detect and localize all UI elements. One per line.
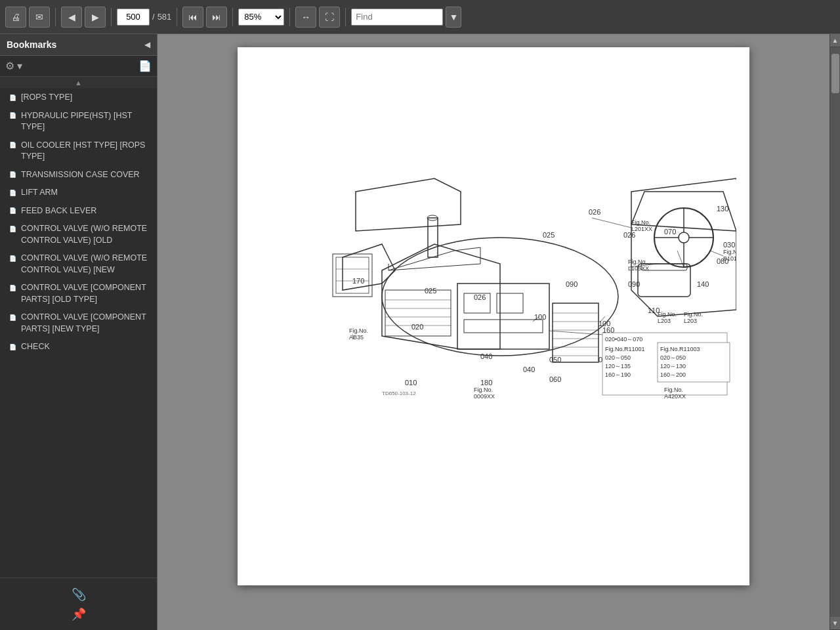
sidebar-add-button[interactable]: 📄 [138, 60, 152, 72]
svg-text:120～135: 120～135 [605, 363, 631, 369]
svg-text:025: 025 [543, 231, 555, 239]
scroll-up-arrow[interactable]: ▲ [830, 34, 841, 47]
print-button[interactable]: 🖨 [5, 7, 26, 28]
bookmark-label-0: [ROPS TYPE] [21, 92, 72, 104]
bookmark-icon-2: 📄 [8, 141, 17, 150]
bookmark-label-1: HYDRAULIC PIPE(HST) [HST TYPE] [21, 110, 152, 133]
separator6 [345, 8, 346, 26]
sidebar-toggle-button[interactable]: ◀ [144, 40, 150, 49]
email-button[interactable]: ✉ [29, 7, 50, 28]
svg-text:160～190: 160～190 [605, 371, 631, 378]
svg-text:170: 170 [352, 277, 364, 285]
svg-text:Fig.No.: Fig.No. [664, 387, 683, 393]
svg-text:090: 090 [628, 280, 640, 288]
svg-text:020•040～070: 020•040～070 [605, 336, 642, 343]
svg-text:Fig.No.: Fig.No. [628, 259, 647, 265]
sidebar-item-8[interactable]: 📄CONTROL VALVE [COMPONENT PARTS] [OLD TY… [0, 279, 157, 308]
nav-last-button[interactable]: ⏭ [206, 7, 227, 28]
svg-text:026: 026 [474, 293, 486, 301]
search-input[interactable] [351, 9, 443, 26]
svg-text:025: 025 [425, 287, 436, 295]
sidebar-bottom-icon-1[interactable]: 📎 [72, 587, 86, 602]
sidebar-item-2[interactable]: 📄OIL COOLER [HST TYPE] [ROPS TYPE] [0, 136, 157, 166]
sidebar-item-9[interactable]: 📄CONTROL VALVE [COMPONENT PARTS] [NEW TY… [0, 308, 157, 338]
svg-text:070: 070 [664, 228, 676, 236]
separator4 [232, 8, 233, 26]
svg-text:Fig.No.: Fig.No. [349, 327, 368, 334]
bookmark-icon-4: 📄 [8, 188, 17, 198]
svg-text:0009XX: 0009XX [474, 393, 495, 400]
svg-text:AB35: AB35 [349, 334, 364, 341]
diagram-area: 026 025 026 030 130 080 140 070 090 090 … [238, 47, 749, 415]
fit-page-button[interactable]: ⛶ [319, 7, 340, 28]
scroll-down-arrow[interactable]: ▼ [830, 617, 841, 630]
svg-text:Fig.No.: Fig.No. [684, 311, 703, 318]
svg-text:Fig.No.R11003: Fig.No.R11003 [660, 346, 700, 352]
separator3 [177, 8, 177, 26]
svg-text:Fig.No.: Fig.No. [474, 387, 493, 393]
sidebar-item-7[interactable]: 📄CONTROL VALVE (W/O REMOTE CONTROL VALVE… [0, 249, 157, 279]
bookmark-label-7: CONTROL VALVE (W/O REMOTE CONTROL VALVE)… [21, 253, 152, 276]
svg-text:120～130: 120～130 [660, 363, 686, 369]
sidebar-item-5[interactable]: 📄FEED BACK LEVER [0, 202, 157, 220]
scroll-thumb[interactable] [831, 54, 839, 93]
right-scrollbar[interactable]: ▲ ▼ [830, 34, 840, 630]
bookmark-label-8: CONTROL VALVE [COMPONENT PARTS] [OLD TYP… [21, 282, 152, 305]
svg-text:Fig.No.R11001: Fig.No.R11001 [605, 346, 645, 352]
fit-width-button[interactable]: ↔ [295, 7, 316, 28]
sidebar-item-3[interactable]: 📄TRANSMISSION CASE COVER [0, 166, 157, 184]
sidebar-item-4[interactable]: 📄LIFT ARM [0, 184, 157, 202]
svg-text:040: 040 [523, 366, 535, 373]
bookmark-icon-5: 📄 [8, 207, 17, 216]
svg-text:100: 100 [534, 313, 546, 321]
bookmark-icon-8: 📄 [8, 284, 17, 293]
svg-text:Fig.No.: Fig.No. [723, 249, 736, 255]
sidebar-bottom-icon-2[interactable]: 📌 [72, 607, 86, 621]
svg-text:090: 090 [566, 280, 578, 288]
sidebar-list: 📄[ROPS TYPE]📄HYDRAULIC PIPE(HST) [HST TY… [0, 89, 157, 578]
separator2 [111, 8, 112, 26]
main-area: Bookmarks ◀ ⚙ ▾ 📄 ▲ 📄[ROPS TYPE]📄HYDRAUL… [0, 34, 840, 630]
bookmark-icon-7: 📄 [8, 254, 17, 263]
svg-text:020: 020 [411, 323, 423, 331]
sidebar-scroll-up[interactable]: ▲ [0, 77, 157, 89]
bookmark-icon-10: 📄 [8, 343, 17, 352]
nav-first-button[interactable]: ⏮ [182, 7, 203, 28]
svg-text:040: 040 [480, 352, 492, 360]
svg-text:020～050: 020～050 [660, 354, 686, 361]
search-dropdown-button[interactable]: ▼ [446, 7, 461, 28]
nav-back-button[interactable]: ◀ [61, 7, 82, 28]
sidebar-item-0[interactable]: 📄[ROPS TYPE] [0, 89, 157, 107]
svg-text:A420XX: A420XX [664, 393, 686, 400]
page-total: 581 [158, 12, 172, 22]
svg-text:B101XX: B101XX [723, 255, 736, 262]
bookmark-label-9: CONTROL VALVE [COMPONENT PARTS] [NEW TYP… [21, 312, 152, 335]
svg-text:030: 030 [723, 241, 735, 249]
scroll-track[interactable] [830, 47, 840, 617]
sidebar-toolbar: ⚙ ▾ 📄 [0, 56, 157, 77]
bookmark-icon-9: 📄 [8, 313, 17, 322]
bookmark-label-6: CONTROL VALVE (W/O REMOTE CONTROL VALVE)… [21, 223, 152, 246]
svg-text:160～200: 160～200 [660, 371, 686, 378]
svg-text:L203: L203 [684, 318, 697, 324]
bookmark-label-10: CHECK [21, 341, 50, 353]
sidebar-item-1[interactable]: 📄HYDRAULIC PIPE(HST) [HST TYPE] [0, 107, 157, 136]
page-number-input[interactable] [117, 9, 150, 26]
svg-text:010: 010 [405, 379, 417, 387]
content-area: 026 025 026 030 130 080 140 070 090 090 … [158, 34, 830, 630]
sidebar-item-10[interactable]: 📄CHECK [0, 338, 157, 356]
svg-text:140: 140 [697, 280, 709, 288]
zoom-select[interactable]: 85% 100% 75% 50% [238, 9, 284, 26]
sidebar-title: Bookmarks [7, 39, 56, 50]
page-separator: / [152, 12, 155, 22]
sidebar-item-6[interactable]: 📄CONTROL VALVE (W/O REMOTE CONTROL VALVE… [0, 220, 157, 249]
bookmark-label-3: TRANSMISSION CASE COVER [21, 169, 140, 181]
nav-forward-button[interactable]: ▶ [85, 7, 106, 28]
sidebar-settings-button[interactable]: ⚙ ▾ [5, 60, 22, 72]
sidebar-header: Bookmarks ◀ [0, 34, 157, 56]
svg-text:160: 160 [602, 326, 614, 334]
svg-text:Fig.No.: Fig.No. [658, 311, 677, 318]
svg-text:050: 050 [549, 356, 561, 364]
bookmark-icon-0: 📄 [8, 93, 17, 102]
bookmark-label-4: LIFT ARM [21, 187, 58, 199]
